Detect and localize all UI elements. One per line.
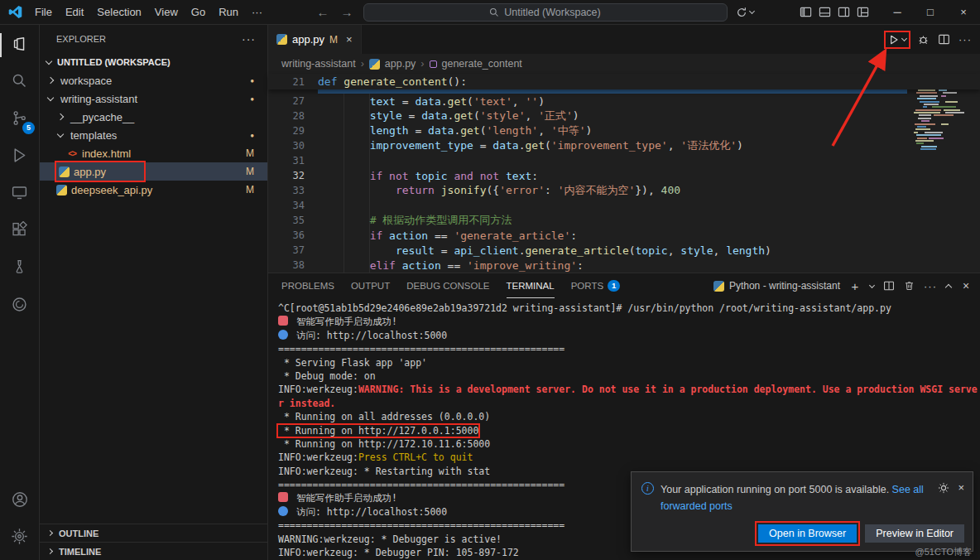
globe-emoji-icon: [278, 330, 288, 340]
breadcrumb-file[interactable]: app.py: [385, 58, 416, 70]
kill-terminal-icon[interactable]: [904, 280, 915, 292]
minimize-button[interactable]: ─: [881, 0, 914, 24]
menu-selection[interactable]: Selection: [90, 3, 147, 22]
toggle-secondary-sidebar-icon[interactable]: [838, 6, 850, 18]
activitybar-search[interactable]: [0, 64, 39, 101]
close-window-button[interactable]: ×: [947, 0, 980, 24]
panel-tab-output[interactable]: OUTPUT: [351, 273, 390, 298]
split-editor-icon[interactable]: [938, 33, 950, 46]
close-panel-icon[interactable]: ×: [960, 279, 972, 292]
menu-run[interactable]: Run: [212, 3, 245, 22]
search-label: Untitled (Workspace): [504, 7, 600, 18]
activitybar-testing[interactable]: [0, 250, 39, 287]
activitybar-plugin[interactable]: [0, 287, 39, 325]
menu-go[interactable]: Go: [185, 3, 212, 22]
terminal-line: ^C[root@51ab1b5d29e2406e89e2ab19a39721d2…: [278, 302, 980, 315]
python-file-icon: [59, 167, 70, 177]
python-file-icon: [369, 59, 380, 70]
new-terminal-button[interactable]: +: [849, 279, 861, 293]
debug-icon[interactable]: [917, 33, 930, 46]
sidebar-section-timeline[interactable]: TIMELINE: [40, 542, 267, 560]
code-line: 32 if not topic and not text:: [268, 168, 980, 183]
activitybar-source-control[interactable]: 5: [0, 101, 39, 138]
tree-item-templates[interactable]: templates●: [40, 126, 267, 144]
activitybar-settings[interactable]: [0, 519, 39, 557]
code-line: 30 improvement_type = data.get('improvem…: [268, 138, 980, 153]
chevron-down-icon: [57, 130, 64, 137]
tree-item-deepseek-api-py[interactable]: deepseek_api.pyM: [40, 181, 267, 199]
close-tab-icon[interactable]: ×: [346, 33, 353, 46]
command-center-search[interactable]: Untitled (Workspace): [363, 3, 728, 22]
git-modified-badge: M: [246, 147, 267, 159]
customize-layout-icon[interactable]: [857, 6, 869, 18]
terminal-line: * Serving Flask app 'app': [278, 356, 980, 369]
run-dropdown-icon[interactable]: [901, 36, 907, 41]
split-terminal-icon[interactable]: [883, 280, 895, 292]
toggle-sidebar-icon[interactable]: [800, 6, 812, 18]
line-number: 21: [268, 76, 318, 88]
run-python-file-button[interactable]: [886, 32, 909, 47]
toggle-panel-icon[interactable]: [819, 6, 831, 18]
tab-app-py[interactable]: app.py M ×: [268, 25, 362, 54]
explorer-sidebar: EXPLORER ··· UNTITLED (WORKSPACE) worksp…: [40, 25, 268, 560]
git-modified-dot-icon: ●: [250, 95, 267, 103]
terminal-line: INFO:werkzeug:Press CTRL+C to quit: [278, 451, 980, 464]
open-in-browser-button[interactable]: Open in Browser: [758, 524, 857, 543]
chevron-right-icon: [47, 548, 53, 554]
breadcrumb-symbol[interactable]: generate_content: [442, 58, 522, 70]
close-notification-icon[interactable]: ×: [958, 481, 964, 494]
sidebar-section-outline[interactable]: OUTLINE: [40, 524, 267, 542]
code-editor[interactable]: 21 def generate_content(): 27 text = dat…: [268, 74, 980, 273]
preview-in-editor-button[interactable]: Preview in Editor: [865, 524, 964, 543]
menubar: FileEditSelectionViewGoRun···: [28, 3, 269, 22]
menu-file[interactable]: File: [28, 3, 59, 22]
sticky-scroll-line[interactable]: 21 def generate_content():: [268, 74, 980, 89]
tab-modified-badge: M: [329, 34, 338, 46]
sync-button[interactable]: [736, 7, 754, 18]
tree-item-app-py[interactable]: app.pyM: [40, 162, 267, 181]
back-arrow-icon[interactable]: ←: [315, 5, 331, 19]
panel-tab-terminal[interactable]: TERMINAL: [507, 273, 555, 298]
menu-edit[interactable]: Edit: [59, 3, 90, 22]
panel-tab-problems[interactable]: PROBLEMS: [281, 273, 334, 298]
panel-tab-ports[interactable]: PORTS1: [571, 273, 621, 298]
panel-tab-label: PORTS: [571, 281, 603, 291]
panel-tab-debug-console[interactable]: DEBUG CONSOLE: [406, 273, 489, 298]
menu-more[interactable]: ···: [245, 3, 269, 22]
run-icon: [888, 34, 900, 46]
tree-item-label: workspace: [60, 75, 112, 87]
git-modified-dot-icon: ●: [250, 132, 267, 139]
workspace-label: UNTITLED (WORKSPACE): [57, 57, 171, 67]
breadcrumb-folder[interactable]: writing-assistant: [281, 58, 356, 70]
panel-more-actions-icon[interactable]: ···: [924, 280, 937, 292]
more-actions-icon[interactable]: ···: [958, 33, 972, 46]
workspace-section-header[interactable]: UNTITLED (WORKSPACE): [40, 53, 267, 71]
activitybar-explorer[interactable]: [0, 27, 39, 64]
chevron-right-icon: [47, 77, 54, 84]
tree-item-writing-assistant[interactable]: writing-assistant●: [40, 89, 267, 108]
notification-settings-gear-icon[interactable]: [938, 482, 949, 494]
git-modified-badge: M: [246, 166, 267, 177]
tree-item-index-html[interactable]: <>index.htmlM: [40, 144, 267, 162]
notification-buttons: Open in BrowserPreview in Editor: [641, 524, 964, 543]
watermark: @51CTO博客: [915, 546, 972, 558]
tree-item-pycache[interactable]: __pycache__: [40, 108, 267, 126]
python-terminal-icon: [713, 281, 724, 292]
maximize-panel-icon[interactable]: [945, 283, 952, 290]
activitybar-remote-explorer[interactable]: [0, 176, 39, 213]
activitybar-run-and-debug[interactable]: [0, 138, 39, 176]
sidebar-more-actions[interactable]: ···: [242, 32, 256, 46]
code-line: 36 if action == 'generate_article':: [268, 228, 980, 243]
activitybar-extensions[interactable]: [0, 213, 39, 250]
menu-view[interactable]: View: [148, 3, 185, 22]
plugin-icon: [11, 296, 28, 316]
notification-toast: i Your application running on port 5000 …: [631, 471, 973, 552]
maximize-button[interactable]: □: [914, 0, 947, 24]
activitybar-accounts[interactable]: [0, 482, 39, 519]
tree-item-workspace[interactable]: workspace●: [40, 71, 267, 89]
terminal-dropdown-icon[interactable]: [869, 282, 875, 287]
panel-tab-label: OUTPUT: [351, 281, 390, 291]
code-line: 35 # 根据动作类型调用不同方法: [268, 213, 980, 228]
forward-arrow-icon[interactable]: →: [339, 5, 355, 19]
terminal-profile[interactable]: Python - writing-assistant: [713, 280, 840, 292]
